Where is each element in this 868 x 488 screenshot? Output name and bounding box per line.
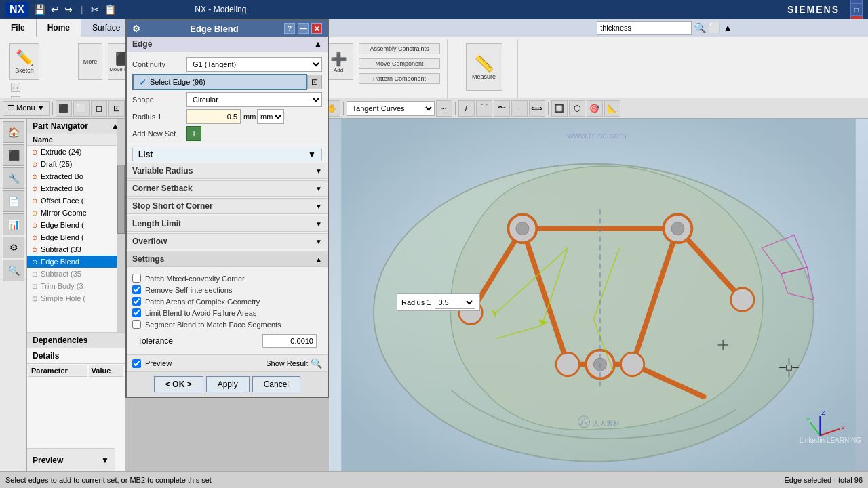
- tb-spline-btn[interactable]: 〜: [494, 100, 510, 117]
- radius-input[interactable]: [186, 109, 241, 124]
- list-row[interactable]: List ▼: [132, 148, 322, 161]
- tab-surface[interactable]: Surface: [81, 19, 132, 37]
- apply-button[interactable]: Apply: [206, 376, 250, 392]
- cb-patch-areas[interactable]: [132, 297, 141, 306]
- viewport[interactable]: www.rr-sc.com X Y Z Radius 1: [329, 119, 868, 471]
- overflow-header[interactable]: Overflow ▼: [127, 233, 328, 249]
- redo-icon[interactable]: ↪: [64, 4, 73, 15]
- search-icon[interactable]: 🔍: [694, 22, 706, 33]
- trim-icon: ⊡: [30, 281, 39, 291]
- tb-more-btn[interactable]: ···: [436, 100, 452, 117]
- nav-item-draft[interactable]: ⊙ Draft (25): [27, 158, 125, 170]
- tb-btn-2[interactable]: ⬜: [73, 100, 90, 117]
- tb-line-btn[interactable]: /: [458, 100, 475, 117]
- edge-section-collapse[interactable]: ▲: [314, 39, 322, 49]
- show-result-icon[interactable]: 🔍: [311, 358, 322, 369]
- part-nav-header: Part Navigator ▲: [27, 119, 125, 134]
- cancel-button[interactable]: Cancel: [252, 376, 300, 392]
- nav-item-edge-blend-2[interactable]: ⊙ Edge Blend (: [27, 231, 125, 243]
- cb-remove-self[interactable]: [132, 285, 141, 294]
- add-new-set-btn[interactable]: +: [186, 126, 201, 141]
- move-component-btn[interactable]: Move Component: [359, 58, 440, 69]
- curve-filter-dropdown[interactable]: Tangent Curves: [347, 101, 435, 116]
- assembly-btn[interactable]: 🔧: [3, 167, 24, 189]
- continuity-row: Continuity G1 (Tangent): [132, 57, 322, 72]
- rect-btn[interactable]: ▭: [11, 83, 20, 92]
- cut-icon[interactable]: ✂: [91, 4, 99, 15]
- nav-item-hole[interactable]: ⊡ Simple Hole (: [27, 292, 125, 304]
- inspect-btn[interactable]: 🔍: [3, 260, 24, 281]
- collapse-ribbon-icon[interactable]: ▲: [723, 22, 732, 33]
- stop-short-header[interactable]: Stop Short of Corner ▼: [127, 198, 328, 214]
- tb-snap-btn[interactable]: 📐: [604, 100, 620, 117]
- cb-patch-mixed[interactable]: [132, 274, 141, 283]
- ok-button[interactable]: < OK >: [154, 376, 203, 392]
- continuity-section: Continuity G1 (Tangent) ✓ Select Edge (9…: [127, 52, 328, 146]
- tab-file[interactable]: File: [0, 19, 37, 37]
- variable-radius-header[interactable]: Variable Radius ▼: [127, 163, 328, 179]
- home-btn[interactable]: 🏠: [3, 121, 24, 143]
- expand-icon[interactable]: ⬜: [709, 22, 720, 33]
- save-icon[interactable]: 💾: [34, 4, 45, 15]
- preview-arrow-icon[interactable]: ▼: [101, 455, 109, 465]
- sketch-btn[interactable]: ✏️ Sketch: [9, 43, 39, 80]
- svg-text:Y: Y: [806, 415, 810, 423]
- sim-btn[interactable]: 📊: [3, 214, 24, 235]
- dialog-close-btn[interactable]: ✕: [311, 23, 322, 34]
- continuity-label: Continuity: [132, 60, 186, 68]
- copy-icon[interactable]: 📋: [104, 4, 116, 15]
- tab-home[interactable]: Home: [37, 19, 81, 37]
- tb-btn-3[interactable]: ◻: [91, 100, 107, 117]
- dialog-minimize-btn[interactable]: —: [298, 23, 309, 34]
- tb-btn-4[interactable]: ⊡: [108, 100, 125, 117]
- nav-item-edge-blend-1[interactable]: ⊙ Edge Blend (: [27, 219, 125, 231]
- tb-arc-2-btn[interactable]: ⌒: [476, 100, 492, 117]
- list-label: List: [138, 150, 153, 159]
- search-input[interactable]: [597, 21, 692, 35]
- cb-limit-blend[interactable]: [132, 308, 141, 317]
- edge-blend-2-icon: ⊙: [30, 232, 39, 242]
- tb-btn-1[interactable]: ⬛: [56, 100, 72, 117]
- preview-checkbox[interactable]: [132, 359, 141, 368]
- tolerance-input[interactable]: [262, 334, 317, 348]
- shape-select[interactable]: Circular: [186, 92, 322, 107]
- tb-view-btn[interactable]: 🔲: [551, 100, 568, 117]
- assembly-constraints-btn[interactable]: Assembly Constraints: [359, 43, 440, 54]
- tb-render-btn[interactable]: ⬡: [569, 100, 585, 117]
- nav-item-trim[interactable]: ⊡ Trim Body (3: [27, 280, 125, 292]
- nav-item-offset[interactable]: ⊙ Offset Face (: [27, 195, 125, 207]
- nav-item-extracted-1[interactable]: ⊙ Extracted Bo: [27, 170, 125, 182]
- radius-tooltip-select[interactable]: 0.5: [435, 296, 475, 309]
- nav-item-extrude[interactable]: ⊙ Extrude (24): [27, 146, 125, 158]
- more-btn-1[interactable]: More: [78, 43, 102, 80]
- measure-btn[interactable]: 📏 Measure: [466, 43, 502, 91]
- cb-segment-blend[interactable]: [132, 320, 141, 329]
- settings-header[interactable]: Settings ▲: [127, 251, 328, 267]
- undo-icon[interactable]: ↩: [51, 4, 59, 15]
- pattern-component-btn[interactable]: Pattern Component: [359, 73, 440, 84]
- model-btn[interactable]: ⬛: [3, 144, 24, 166]
- corner-setback-header[interactable]: Corner Setback ▼: [127, 180, 328, 197]
- select-edge-btn[interactable]: ✓ Select Edge (96): [132, 74, 307, 90]
- draft-btn[interactable]: 📄: [3, 190, 24, 212]
- maximize-btn[interactable]: □: [850, 3, 863, 16]
- select-edge-pick-icon[interactable]: ⊡: [307, 75, 322, 89]
- tb-pt-btn[interactable]: ·: [511, 100, 528, 117]
- tb-orient-btn[interactable]: 🎯: [587, 100, 603, 117]
- tolerance-row: Tolerance: [132, 331, 322, 350]
- nav-item-mirror[interactable]: ⊙ Mirror Geome: [27, 207, 125, 219]
- radius-unit-select[interactable]: mm: [257, 109, 284, 124]
- length-limit-header[interactable]: Length Limit ▼: [127, 216, 328, 232]
- cam-btn[interactable]: ⚙: [3, 237, 24, 258]
- nav-item-subtract-1[interactable]: ⊙ Subtract (33: [27, 243, 125, 256]
- nav-item-edge-blend-active[interactable]: ⊙ Edge Blend: [27, 256, 125, 268]
- nav-item-extracted-2[interactable]: ⊙ Extracted Bo: [27, 182, 125, 195]
- continuity-select[interactable]: G1 (Tangent): [186, 57, 322, 72]
- nav-scrollbar-thumb[interactable]: [117, 165, 125, 234]
- dialog-help-btn[interactable]: ?: [284, 23, 295, 34]
- tb-dim-btn[interactable]: ⟺: [529, 100, 545, 117]
- menu-btn[interactable]: ☰ Menu ▼: [3, 101, 50, 116]
- nav-item-subtract-2[interactable]: ⊡ Subtract (35: [27, 268, 125, 280]
- nav-scrollbar[interactable]: [117, 119, 125, 349]
- list-collapse-arrow[interactable]: ▼: [308, 150, 316, 159]
